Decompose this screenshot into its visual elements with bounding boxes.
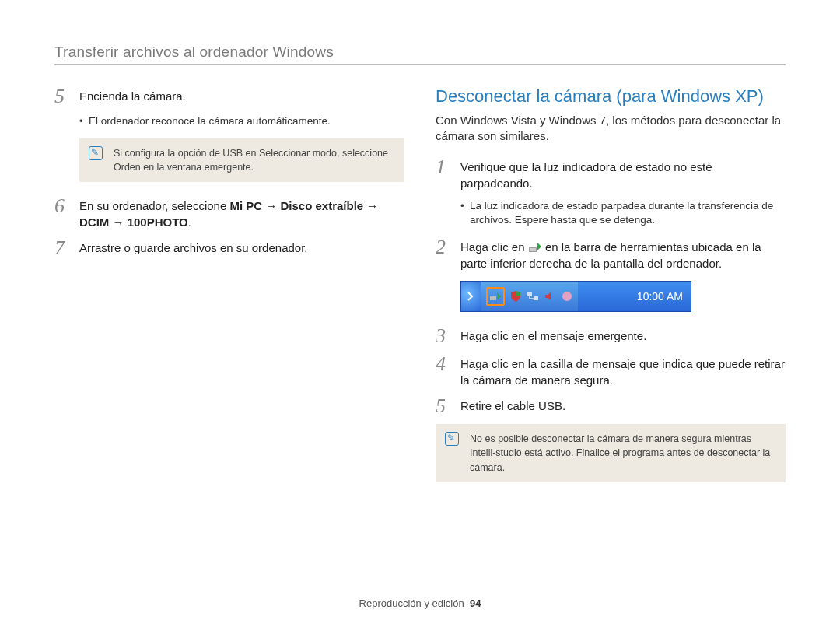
header-rule [54, 64, 786, 65]
step-r3: 3 Haga clic en el mensaje emergente. [436, 326, 786, 346]
footer-section: Reproducción y edición [359, 597, 464, 609]
right-column: Desconectar la cámara (para Windows XP) … [436, 86, 786, 496]
page: Transferir archivos al ordenador Windows… [0, 0, 840, 634]
step-number: 3 [436, 326, 451, 346]
left-column: 5 Encienda la cámara. El ordenador recon… [54, 86, 404, 496]
step-r1: 1 Verifique que la luz indicadora de est… [436, 157, 786, 191]
note-text: No es posible desconectar la cámara de m… [470, 433, 770, 472]
arrow: → [109, 215, 127, 229]
path-bold: DCIM [79, 215, 109, 229]
note-text-part: Si configura la opción de USB en [114, 148, 259, 159]
step-number: 5 [436, 396, 451, 416]
arrow: → [363, 199, 378, 212]
tray-unknown-icon [561, 290, 573, 303]
text-part: Haga clic en [460, 240, 528, 254]
taskbar-clock: 10:00 AM [578, 290, 691, 303]
step-number: 5 [54, 86, 70, 107]
step-number: 7 [54, 238, 70, 258]
page-footer: Reproducción y edición 94 [0, 597, 840, 609]
step-5-bullet: El ordenador reconoce la cámara automáti… [79, 114, 404, 129]
step-text: Arrastre o guarde archivos en su ordenad… [79, 238, 308, 258]
step-text: Encienda la cámara. [79, 86, 186, 107]
step-5: 5 Encienda la cámara. [54, 86, 404, 107]
tray-volume-icon [544, 290, 556, 303]
svg-rect-1 [530, 248, 536, 251]
path-bold: Disco extraíble [280, 199, 363, 212]
step-6: 6 En su ordenador, seleccione Mi PC → Di… [54, 196, 404, 230]
windows-taskbar: 10:00 AM [460, 281, 691, 312]
svg-point-5 [562, 292, 572, 301]
footer-page-number: 94 [470, 597, 481, 609]
content-columns: 5 Encienda la cámara. El ordenador recon… [54, 86, 786, 496]
svg-rect-3 [527, 292, 532, 296]
step-r2: 2 Haga clic en en la barra de herramient… [436, 237, 786, 271]
svg-rect-4 [534, 296, 538, 300]
safely-remove-hardware-tray-icon[interactable] [486, 287, 505, 306]
step-text: Haga clic en en la barra de herramientas… [460, 237, 786, 271]
tray-shield-icon [509, 290, 522, 303]
note-usb-mode: Si configura la opción de USB en Selecci… [79, 138, 404, 182]
step-r4: 4 Haga clic en la casilla de mensaje que… [436, 354, 786, 388]
step-text: Haga clic en la casilla de mensaje que i… [460, 354, 786, 388]
taskbar-figure: 10:00 AM [460, 281, 786, 312]
step-number: 4 [436, 354, 451, 388]
taskbar-expand-icon [461, 282, 481, 311]
note-text-bold: Seleccionar modo [259, 148, 337, 159]
step-7: 7 Arrastre o guarde archivos en su orden… [54, 238, 404, 258]
text-part: . [188, 215, 191, 229]
note-text-bold: Orden [114, 162, 141, 173]
step-text: En su ordenador, seleccione Mi PC → Disc… [79, 196, 404, 230]
text-part: En su ordenador, seleccione [79, 199, 229, 212]
system-tray [481, 282, 578, 311]
step-text: Haga clic en el mensaje emergente. [460, 326, 646, 346]
step-r5: 5 Retire el cable USB. [436, 396, 786, 416]
svg-rect-2 [490, 296, 496, 300]
step-number: 6 [54, 196, 70, 230]
note-text-part: , seleccione [337, 148, 388, 159]
path-bold: 100PHOTO [128, 215, 188, 229]
section-title: Desconectar la cámara (para Windows XP) [436, 86, 786, 107]
path-bold: Mi PC [229, 199, 262, 212]
note-icon [445, 432, 459, 446]
step-number: 2 [436, 237, 451, 271]
tray-network-icon [527, 290, 539, 303]
step-text: Retire el cable USB. [460, 396, 565, 416]
note-icon [89, 146, 103, 160]
note-text-part: en la ventana emergente. [141, 162, 254, 173]
page-header-title: Transferir archivos al ordenador Windows [54, 44, 786, 61]
arrow: → [262, 199, 280, 212]
note-intelli-studio: No es posible desconectar la cámara de m… [436, 424, 786, 482]
step-text: Verifique que la luz indicadora de estad… [460, 157, 786, 191]
section-intro: Con Windows Vista y Windows 7, los métod… [436, 113, 786, 145]
step-number: 1 [436, 157, 451, 191]
step-r1-bullet: La luz indicadora de estado parpadea dur… [460, 199, 786, 229]
safely-remove-hardware-icon [528, 240, 542, 254]
